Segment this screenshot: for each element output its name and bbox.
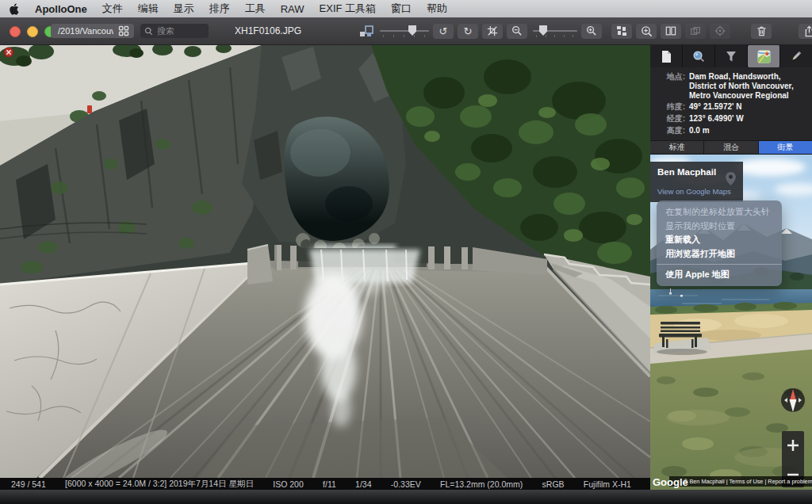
close-button[interactable] xyxy=(10,26,21,37)
loupe-button[interactable] xyxy=(636,24,657,39)
tab-edit[interactable] xyxy=(780,45,812,67)
trash-button[interactable] xyxy=(751,24,772,39)
thumbnails-grid-icon xyxy=(616,25,627,36)
menu-item-reload[interactable]: 重新载入 xyxy=(657,233,782,247)
info-label: 高度: xyxy=(652,126,685,136)
app-window: /2019/Vancouver XH1F0106.JPG ↺ ↻ xyxy=(0,17,812,490)
info-label: 经度: xyxy=(652,114,685,124)
tab-loupe[interactable] xyxy=(683,45,715,67)
tab-map[interactable] xyxy=(748,45,780,67)
zoom-out-button[interactable] xyxy=(507,24,527,39)
status-shutter: 1/34 xyxy=(355,479,371,489)
info-value: 0.0 m xyxy=(689,126,806,136)
compare-icon xyxy=(690,25,701,36)
window-controls xyxy=(10,26,56,37)
funnel-icon xyxy=(725,50,737,63)
tab-info[interactable] xyxy=(650,45,683,67)
toolbar-tools: ↺ ↻ xyxy=(358,22,812,40)
window-title: XH1F0106.JPG xyxy=(197,25,339,36)
status-bar: 249 / 541 [6000 x 4000 = 24.0M / 3:2] 20… xyxy=(0,478,650,491)
zoom-in-icon xyxy=(586,25,597,36)
share-button[interactable] xyxy=(799,24,812,39)
menu-separator xyxy=(657,264,782,265)
main-content: 249 / 541 [6000 x 4000 = 24.0M / 3:2] 20… xyxy=(0,45,812,491)
menu-item-tools[interactable]: 工具 xyxy=(245,2,266,16)
crop-icon xyxy=(487,25,498,36)
smart-settings-button xyxy=(710,24,730,39)
apple-menu-icon[interactable] xyxy=(10,3,20,15)
status-iso: ISO 200 xyxy=(273,479,304,489)
browse-grid-button[interactable] xyxy=(113,24,134,38)
menu-item-raw[interactable]: RAW xyxy=(281,3,304,15)
inspector-tabs xyxy=(650,45,812,67)
map-mode-segmented-control: 标准 混合 街景 xyxy=(650,140,812,155)
rotate-right-icon: ↻ xyxy=(464,26,473,36)
dual-pane-button[interactable] xyxy=(661,24,681,39)
menu-item-view[interactable]: 显示 xyxy=(174,2,194,16)
status-aperture: f/11 xyxy=(323,479,336,489)
info-value: Dam Road, Handsworth, District of North … xyxy=(689,72,806,100)
status-exposure-comp: -0.33EV xyxy=(391,479,421,489)
menu-item-sort[interactable]: 排序 xyxy=(209,2,230,16)
gps-info-panel: 地点: Dam Road, Handsworth, District of No… xyxy=(650,67,812,140)
status-focal-length: FL=13.2mm (20.0mm) xyxy=(440,479,523,489)
info-label: 地点: xyxy=(652,72,685,100)
menu-bar: ApolloOne 文件 编辑 显示 排序 工具 RAW EXIF 工具箱 窗口… xyxy=(0,0,812,17)
menu-item-file[interactable]: 文件 xyxy=(102,2,123,16)
zoom-out-icon xyxy=(511,25,523,36)
status-color-space: sRGB xyxy=(542,479,565,489)
info-value: 49° 21.5972' N xyxy=(689,102,806,112)
info-row: 地点: Dam Road, Handsworth, District of No… xyxy=(652,72,807,100)
author-name: Ben Macphail xyxy=(657,167,736,177)
zoom-in-button[interactable] xyxy=(581,24,602,39)
attribution-text[interactable]: © Ben Macphail | Terms of Use | Report a… xyxy=(684,478,812,485)
inspector-sidebar: 地点: Dam Road, Handsworth, District of No… xyxy=(650,45,812,491)
magnifier-icon xyxy=(692,50,705,63)
trash-icon xyxy=(756,25,767,36)
tab-filter[interactable] xyxy=(715,45,748,67)
document-icon xyxy=(661,50,672,63)
crop-button[interactable] xyxy=(482,24,503,39)
info-row: 高度: 0.0 m xyxy=(652,126,807,136)
status-camera-model: Fujifilm X-H1 xyxy=(584,479,631,489)
street-view-panel: Google © Ben Macphail | Terms of Use | R… xyxy=(650,155,812,491)
rotate-left-button[interactable]: ↺ xyxy=(433,24,454,39)
reject-flag-icon xyxy=(4,48,13,57)
desktop-strip xyxy=(0,490,812,504)
info-label: 纬度: xyxy=(652,102,685,112)
thumbnail-slider[interactable] xyxy=(380,25,429,36)
info-row: 纬度: 49° 21.5972' N xyxy=(652,102,807,112)
menu-item-apollo-one[interactable]: ApolloOne xyxy=(35,3,87,15)
menu-item-edit[interactable]: 编辑 xyxy=(138,2,159,16)
slider-track xyxy=(380,30,429,32)
rotate-left-icon: ↺ xyxy=(439,26,448,36)
menu-item-use-apple-maps[interactable]: 使用 Apple 地图 xyxy=(657,268,782,282)
dual-pane-icon xyxy=(665,25,676,36)
map-mode-hybrid[interactable]: 混合 xyxy=(704,141,758,154)
menu-item-open-in-browser[interactable]: 用浏览器打开地图 xyxy=(657,247,782,262)
view-on-google-maps-link[interactable]: View on Google Maps xyxy=(657,187,736,196)
map-mode-streetview[interactable]: 街景 xyxy=(759,141,812,154)
slider-ticks xyxy=(536,35,574,37)
menu-item-help[interactable]: 帮助 xyxy=(427,2,447,16)
status-file-index: 249 / 541 xyxy=(11,479,46,489)
menu-item-exif-toolbox[interactable]: EXIF 工具箱 xyxy=(320,2,377,16)
map-icon xyxy=(757,50,771,63)
zoom-slider[interactable] xyxy=(533,25,577,36)
menu-item-show-current-location: 显示我的现时位置 xyxy=(657,220,782,234)
rotate-right-button[interactable]: ↻ xyxy=(458,24,478,39)
status-dimensions-date: [6000 x 4000 = 24.0M / 3:2] 2019年7月14日 星… xyxy=(65,479,254,490)
loupe-icon xyxy=(641,25,653,37)
map-pin-icon xyxy=(726,172,736,185)
share-icon xyxy=(804,25,812,37)
minimize-button[interactable] xyxy=(27,26,38,37)
compass-control[interactable] xyxy=(781,388,805,412)
thumbnail-size-icon xyxy=(358,24,374,38)
slider-ticks xyxy=(383,35,426,37)
toolbar: /2019/Vancouver XH1F0106.JPG ↺ ↻ xyxy=(0,17,812,45)
map-context-menu: 在复制的坐标处放置大头针 显示我的现时位置 重新载入 用浏览器打开地图 使用 A… xyxy=(657,200,782,286)
menu-item-window[interactable]: 窗口 xyxy=(391,2,412,16)
map-mode-standard[interactable]: 标准 xyxy=(650,141,704,154)
thumbnails-grid-button[interactable] xyxy=(611,24,632,39)
photo-viewer xyxy=(0,45,650,478)
